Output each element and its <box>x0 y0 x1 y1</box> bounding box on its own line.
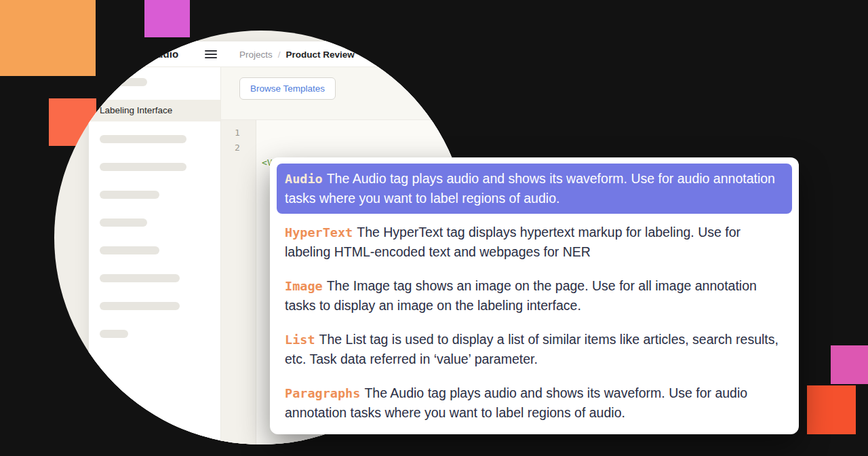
tag-description: The Image tag shows an image on the page… <box>285 278 757 313</box>
sidebar-skeleton-bar <box>100 274 180 282</box>
autocomplete-item-list[interactable]: ListThe List tag is used to display a li… <box>277 324 792 375</box>
autocomplete-item-audio[interactable]: AudioThe Audio tag plays audio and shows… <box>277 164 792 214</box>
decor-square-pink-right <box>831 345 868 384</box>
breadcrumb-separator: / <box>278 50 281 60</box>
hamburger-menu-icon[interactable] <box>205 48 217 61</box>
line-number-gutter: 1 2 <box>221 120 256 444</box>
tag-name: Image <box>285 279 323 293</box>
label-studio-logo-icon <box>98 48 111 60</box>
breadcrumb-link-projects[interactable]: Projects <box>239 50 273 60</box>
app-header: Label Studio Projects / Product Review <box>89 41 468 67</box>
sidebar-skeleton-bar <box>100 218 147 227</box>
tag-autocomplete-popup: AudioThe Audio tag plays audio and shows… <box>270 157 799 434</box>
tag-name: Audio <box>285 172 323 186</box>
autocomplete-item-image[interactable]: ImageThe Image tag shows an image on the… <box>277 271 792 321</box>
decor-square-magenta-top <box>144 0 190 37</box>
sidebar-skeleton-bar <box>100 135 186 143</box>
tag-name: List <box>285 332 315 347</box>
tag-name: HyperText <box>285 225 353 240</box>
sidebar-skeleton-bar <box>100 302 180 310</box>
sidebar-skeleton-bar <box>100 163 186 171</box>
breadcrumb-current: Product Review <box>286 50 355 60</box>
sidebar-skeleton-bar <box>100 191 159 199</box>
brand: Label Studio <box>98 48 178 60</box>
line-number: 2 <box>235 140 256 155</box>
line-number: 1 <box>235 126 256 140</box>
breadcrumb: Projects / Product Review <box>239 41 355 67</box>
autocomplete-item-paragraphs[interactable]: ParagraphsThe Audio tag plays audio and … <box>277 378 792 428</box>
sidebar: Labeling Interface <box>89 67 221 444</box>
sidebar-skeleton-bar <box>100 78 147 86</box>
tag-description: The List tag is used to display a list o… <box>285 332 778 366</box>
tag-description: The Audio tag plays audio and shows its … <box>285 171 775 206</box>
tag-description: The HyperText tag displays hypertext mar… <box>285 225 741 259</box>
decor-square-red-bottom-right <box>807 385 856 434</box>
editor-toolbar: Browse Templates <box>221 67 468 119</box>
browse-templates-button[interactable]: Browse Templates <box>239 77 336 100</box>
tag-name: Paragraphs <box>285 386 360 400</box>
brand-name: Label Studio <box>117 48 178 60</box>
sidebar-skeleton-bar <box>100 246 159 254</box>
sidebar-skeleton-bar <box>100 330 128 338</box>
decor-square-orange-top-left <box>0 0 96 76</box>
sidebar-item-labeling-interface[interactable]: Labeling Interface <box>89 100 220 121</box>
autocomplete-item-hypertext[interactable]: HyperTextThe HyperText tag displays hype… <box>277 217 792 267</box>
